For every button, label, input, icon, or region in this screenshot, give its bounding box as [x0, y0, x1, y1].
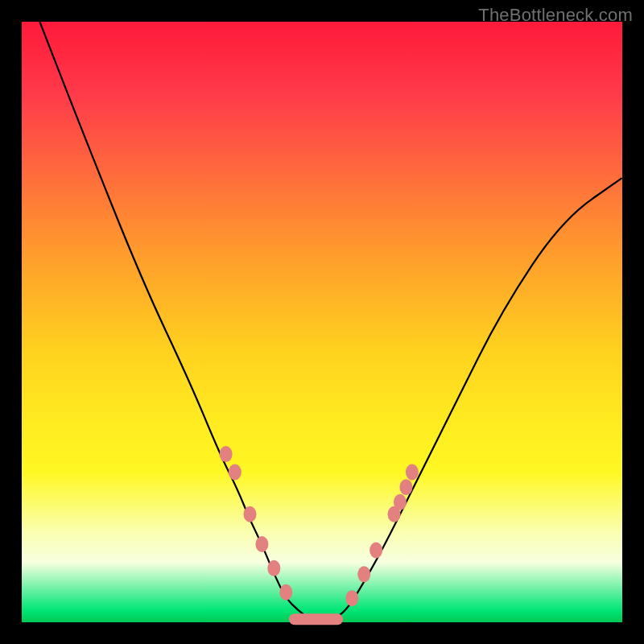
curve-point [406, 464, 419, 481]
bottleneck-curve [39, 22, 622, 621]
curve-point [279, 584, 292, 601]
curve-point [255, 536, 268, 552]
curve-point [369, 542, 382, 558]
curve-points-left [220, 446, 293, 601]
curve-point [357, 566, 370, 582]
curve-point [267, 560, 280, 576]
bottleneck-curve-svg [22, 22, 622, 622]
curve-point [229, 464, 242, 481]
curve-point [399, 479, 412, 495]
curve-bottom-segment [289, 613, 343, 625]
curve-point [345, 590, 358, 606]
curve-point [220, 446, 233, 462]
chart-gradient-area [22, 22, 622, 622]
watermark-text: TheBottleneck.com [478, 5, 633, 26]
curve-point [394, 494, 407, 510]
curve-point [243, 506, 256, 522]
curve-points-right [345, 464, 419, 607]
